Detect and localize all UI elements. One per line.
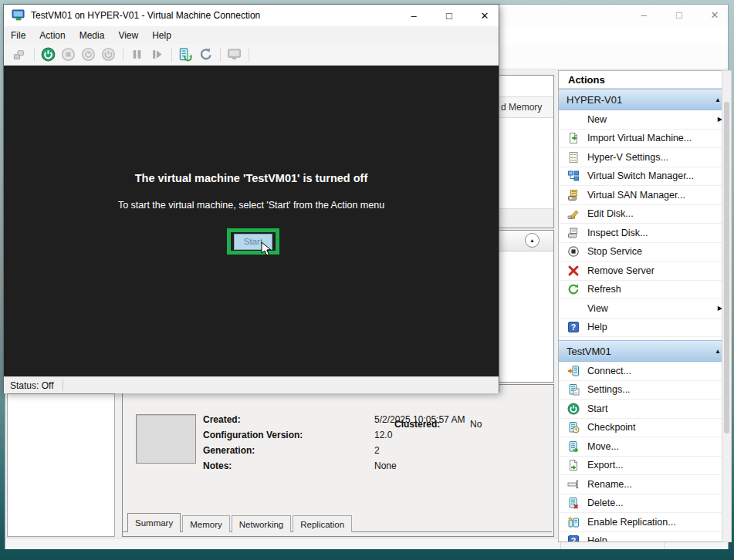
action-label: Hyper-V Settings... [587,152,722,163]
vm-off-title: The virtual machine 'TestVM01' is turned… [4,172,499,184]
action-label: Inspect Disk... [587,228,722,238]
detail-value: None [374,460,397,471]
actions-scrollbar[interactable] [722,70,732,542]
actions-section-header-hyper-v01[interactable]: HYPER-V01▲ [559,89,729,110]
action-new[interactable]: New▶ [559,110,729,130]
action-label: Rename... [587,479,722,490]
refresh-icon [567,283,580,295]
checkpoints-collapse-button[interactable]: ▲ [525,233,540,248]
action-connect[interactable]: Connect... [559,362,729,381]
vm-thumbnail [136,414,196,464]
vmconnect-toolbar [4,44,499,66]
shut-down-icon [81,47,96,62]
vmconnect-status-bar: Status: Off [4,376,499,393]
action-edit-disk[interactable]: Edit Disk... [559,205,729,224]
action-checkpoint[interactable]: Checkpoint [559,419,729,438]
vmconnect-close-button[interactable]: ✕ [467,5,502,26]
detail-value: 2 [374,445,380,456]
none [567,302,580,315]
detail-label: Notes: [203,460,232,471]
vmconnect-minimize-button[interactable]: – [396,5,431,26]
action-virtual-san-manager[interactable]: Virtual SAN Manager... [559,186,729,205]
vmconnect-maximize-button[interactable]: □ [431,5,467,26]
action-enable-replication[interactable]: Enable Replication... [559,513,729,532]
save-state-icon [101,47,117,62]
assigned-memory-column-header[interactable]: d Memory [501,102,542,113]
pause-icon [130,47,145,62]
enhanced-session-icon [227,47,242,62]
tab-networking[interactable]: Networking [232,515,292,532]
toolbar-separator [220,48,221,62]
action-remove-server[interactable]: Remove Server [559,261,729,281]
action-label: Settings... [587,384,722,395]
tab-memory[interactable]: Memory [182,515,230,532]
ctrl-alt-del-icon [12,47,28,62]
action-label: Delete... [587,498,722,508]
manager-minimize-button[interactable]: – [627,5,661,25]
toolbar-separator [249,48,249,62]
detail-label: Created: [203,414,241,425]
collapse-chevron-icon[interactable]: ▲ [715,348,721,355]
collapse-chevron-icon[interactable]: ▲ [715,96,721,103]
action-label: Help [587,535,722,542]
action-inspect-disk[interactable]: Inspect Disk... [559,224,729,243]
actions-section-header-testvm01[interactable]: TestVM01▲ [559,340,729,362]
action-export[interactable]: Export... [559,457,729,476]
start-power-icon[interactable] [41,47,56,62]
manager-close-button[interactable]: ✕ [698,5,732,25]
action-delete[interactable]: Delete... [559,494,729,514]
inspect-disk-icon [567,227,580,239]
tab-replication[interactable]: Replication [293,515,352,532]
action-label: Remove Server [587,265,722,276]
actions-scrollbar-thumb[interactable] [724,102,729,433]
toolbar-separator [34,48,35,62]
stop-service-icon [567,245,580,258]
vm-settings-icon [567,383,580,396]
navigation-pane-bottom [7,393,115,537]
hyperv-settings-icon [567,151,580,164]
manager-maximize-button[interactable]: □ [662,5,696,25]
checkpoint-icon[interactable] [178,47,194,62]
action-view[interactable]: View▶ [559,299,729,319]
menu-view[interactable]: View [111,30,145,41]
action-refresh[interactable]: Refresh [559,281,729,300]
action-label: Export... [587,460,722,471]
action-help[interactable]: ?Help [559,532,729,543]
revert-icon[interactable] [198,47,214,62]
turn-off-icon [61,47,76,62]
save-state-icon [101,47,116,62]
action-hyper-v-settings[interactable]: Hyper-V Settings... [559,148,729,167]
menu-action[interactable]: Action [32,30,72,41]
actions-pane: Actions HYPER-V01▲New▶Import Virtual Mac… [558,70,729,542]
remove-server-icon [567,265,580,277]
action-move[interactable]: Move... [559,437,729,457]
menu-media[interactable]: Media [73,30,112,41]
action-virtual-switch-manager[interactable]: Virtual Switch Manager... [559,167,729,187]
action-label: Help [587,322,722,332]
action-label: Refresh [587,284,722,295]
action-stop-service[interactable]: Stop Service [559,243,729,262]
shut-down-icon [81,47,96,62]
menu-help[interactable]: Help [145,30,178,41]
action-start[interactable]: Start [559,400,729,419]
action-label: New [587,114,718,125]
mouse-cursor [260,241,274,257]
menu-file[interactable]: File [4,30,32,41]
rename-icon [567,478,580,491]
action-import-virtual-machine[interactable]: Import Virtual Machine... [559,130,729,149]
tab-summary[interactable]: Summary [127,513,181,532]
detail-label: Configuration Version: [203,430,303,440]
connect-icon [567,365,580,377]
action-rename[interactable]: Rename... [559,475,729,494]
action-label: Import Virtual Machine... [587,133,722,143]
action-settings[interactable]: Settings... [559,381,729,400]
turn-off-icon [61,47,76,62]
virtual-san-icon [567,189,580,201]
details-tab-strip: SummaryMemoryNetworkingReplication [127,513,353,532]
toolbar-separator [171,48,172,62]
move-icon [567,440,580,453]
action-help[interactable]: ?Help [559,319,729,338]
vm-display-viewport: The virtual machine 'TestVM01' is turned… [4,66,499,376]
ctrl-alt-del-icon [12,47,27,62]
detail-value: 12.0 [374,430,392,440]
